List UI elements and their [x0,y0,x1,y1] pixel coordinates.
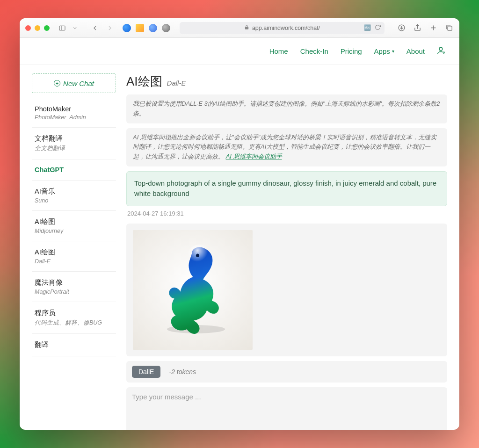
sidebar-item-sub: 全文档翻译 [35,145,113,152]
new-tab-button[interactable] [428,23,438,33]
forward-button[interactable] [105,23,115,33]
model-chip: DallE [132,366,160,378]
nav-apps[interactable]: Apps▾ [374,47,394,55]
system-banner-2: AI 思维车间现推出全新会议助手，让"会议助手"成为您全球对话的桥梁！实时语音识… [126,128,447,166]
send-button[interactable] [428,428,442,430]
share-button[interactable] [413,23,422,33]
window-controls [25,25,50,31]
tabs-button[interactable] [444,23,454,33]
sidebar-item-ai-music[interactable]: AI音乐 Suno [32,181,116,211]
extension-icon[interactable] [162,24,170,32]
top-nav: Home Check-In Pricing Apps▾ About [20,38,459,65]
ai-message [126,224,447,356]
generated-image[interactable] [133,230,253,350]
banner-link[interactable]: AI 思维车间会议助手 [226,153,282,160]
back-button[interactable] [90,23,100,33]
sidebar-item-sub: Midjourney [35,228,113,234]
svg-rect-0 [59,26,65,30]
lock-icon [244,25,249,31]
sidebar-item-title: AI绘图 [35,248,113,257]
sidebar-toggle-button[interactable] [57,23,67,33]
sidebar-item-doc-translate[interactable]: 文档翻译 全文档翻译 [32,128,116,159]
sidebar-item-title: PhotoMaker [35,105,113,113]
nav-pricing[interactable]: Pricing [341,47,362,55]
page: Home Check-In Pricing Apps▾ About + New … [20,38,459,430]
token-cost: -2 tokens [169,368,196,376]
new-chat-label: New Chat [63,79,94,87]
sidebar-item-sub: Dall-E [35,258,113,265]
page-heading: AI绘图 Dall-E [126,73,447,90]
user-icon[interactable] [437,46,446,57]
extension-icon[interactable] [149,24,157,32]
reader-icon[interactable]: 🔤 [364,24,371,32]
sidebar-item-sub: 代码生成、解释、修BUG [35,319,113,327]
chevron-down-icon: ▾ [392,49,394,54]
banner-text: 我已被设置为使用DALL·E 3的AI绘图助手。请描述要创建的图像。例如"上海天… [133,100,440,117]
composer [126,387,447,430]
titlebar: app.aimindwork.com/chat/ 🔤 [20,18,459,38]
message-timestamp: 2024-04-27 16:19:31 [126,210,447,217]
sidebar-item-title: 翻译 [35,340,113,349]
page-subtitle: Dall-E [167,79,186,87]
reload-icon[interactable] [375,24,381,32]
sidebar-item-title: 程序员 [35,309,113,318]
nav-check-in[interactable]: Check-In [300,47,328,55]
nav-home[interactable]: Home [269,47,288,55]
sidebar-item-ai-draw-mj[interactable]: AI绘图 Midjourney [32,211,116,241]
message-meta: DallE -2 tokens [126,361,447,383]
sidebar-item-title: AI音乐 [35,187,113,196]
sidebar-item-ai-draw-dalle[interactable]: AI绘图 Dall-E [32,241,116,272]
system-banner-1: 我已被设置为使用DALL·E 3的AI绘图助手。请描述要创建的图像。例如"上海天… [126,94,447,123]
minimize-window-button[interactable] [35,25,40,31]
sidebar-item-sub: PhotoMaker_Admin [35,114,113,121]
plus-icon: + [54,80,60,87]
svg-point-8 [439,47,443,51]
downloads-button[interactable] [397,23,406,33]
main-area: AI绘图 Dall-E 我已被设置为使用DALL·E 3的AI绘图助手。请描述要… [126,73,447,425]
extension-icon[interactable] [136,24,144,32]
nav-about[interactable]: About [406,47,425,55]
sidebar-item-title: AI绘图 [35,217,113,226]
browser-window: app.aimindwork.com/chat/ 🔤 Home Check-In… [20,18,459,430]
extension-icons [123,24,170,32]
tb-chevron-down-icon[interactable] [72,23,78,33]
sidebar-item-sub: MagicPortrait [35,289,113,295]
maximize-window-button[interactable] [44,25,50,31]
sidebar-item-chatgpt[interactable]: ChatGPT [32,159,116,181]
sidebar-item-magic-portrait[interactable]: 魔法肖像 MagicPortrait [32,272,116,302]
page-title: AI绘图 [126,73,162,90]
close-window-button[interactable] [25,25,31,31]
sidebar: + New Chat PhotoMaker PhotoMaker_Admin 文… [32,73,116,425]
address-bar[interactable]: app.aimindwork.com/chat/ 🔤 [180,22,385,34]
svg-rect-7 [447,26,451,30]
sidebar-item-photomaker[interactable]: PhotoMaker PhotoMaker_Admin [32,99,116,128]
sidebar-item-sub: Suno [35,197,113,204]
sidebar-item-programmer[interactable]: 程序员 代码生成、解释、修BUG [32,302,116,334]
message-input[interactable] [132,393,442,426]
user-message: Top-down photograph of a single gummy di… [126,171,447,206]
new-chat-button[interactable]: + New Chat [32,73,116,93]
extension-icon[interactable] [123,24,131,32]
sidebar-item-title: 文档翻译 [35,134,113,143]
banner-text: AI 思维车间现推出全新会议助手，让"会议助手"成为您全球对话的桥梁！实时语音识… [133,134,436,160]
sidebar-item-translate[interactable]: 翻译 [32,334,116,356]
sidebar-item-title: 魔法肖像 [35,278,113,287]
user-message-text: Top-down photograph of a single gummy di… [134,179,436,198]
url-text: app.aimindwork.com/chat/ [252,25,320,31]
sidebar-item-title: ChatGPT [35,166,113,173]
